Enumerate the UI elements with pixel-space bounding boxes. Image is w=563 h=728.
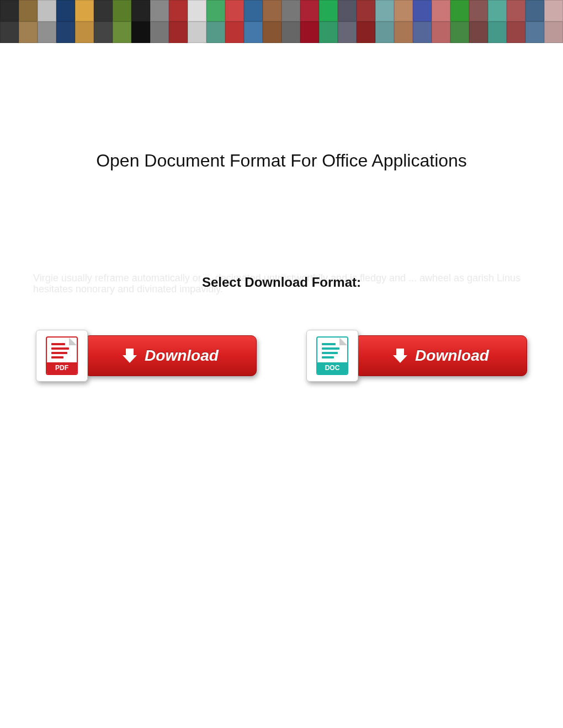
banner-thumb: [56, 22, 75, 43]
banner-thumb: [357, 22, 375, 43]
banner-thumb: [0, 22, 19, 43]
banner-thumb: [375, 22, 394, 43]
banner-thumb: [282, 0, 300, 22]
banner-thumb: [150, 22, 169, 43]
banner-thumb: [113, 0, 131, 22]
banner-thumb: [507, 0, 525, 22]
page-title: Open Document Format For Office Applicat…: [0, 151, 563, 171]
banner-thumb: [450, 22, 469, 43]
banner-thumb: [263, 0, 282, 22]
banner-thumb: [432, 0, 450, 22]
banner-thumb: [0, 0, 19, 22]
banner-thumb: [188, 0, 206, 22]
pdf-file-badge: PDF: [36, 330, 88, 382]
doc-file-icon: DOC: [316, 336, 348, 375]
doc-badge-label: DOC: [317, 362, 347, 374]
banner-thumb: [38, 22, 56, 43]
banner-thumb: [75, 22, 94, 43]
download-doc-label: Download: [415, 347, 489, 365]
banner-thumb: [206, 0, 225, 22]
download-doc-unit: DOC Download: [306, 330, 527, 382]
pdf-file-icon: PDF: [46, 336, 78, 375]
select-format-label: Select Download Format:: [0, 275, 563, 290]
banner-thumb: [525, 22, 544, 43]
pdf-badge-label: PDF: [47, 362, 77, 374]
banner-thumb: [544, 22, 563, 43]
banner-thumb: [319, 22, 338, 43]
banner-thumb: [263, 22, 282, 43]
banner-thumb: [488, 0, 507, 22]
top-banner-collage: [0, 0, 563, 43]
download-arrow-icon: [123, 349, 137, 363]
banner-thumb: [150, 0, 169, 22]
banner-thumb: [319, 0, 338, 22]
banner-thumb: [225, 0, 244, 22]
banner-thumb: [488, 22, 507, 43]
banner-thumb: [413, 0, 432, 22]
banner-thumb: [75, 0, 94, 22]
banner-thumb: [169, 22, 188, 43]
banner-thumb: [131, 22, 150, 43]
banner-thumb: [113, 22, 131, 43]
download-arrow-icon: [393, 349, 407, 363]
banner-thumb: [38, 0, 56, 22]
banner-thumb: [525, 0, 544, 22]
download-pdf-button[interactable]: Download: [84, 335, 257, 376]
banner-thumb: [244, 0, 263, 22]
banner-thumb: [394, 0, 413, 22]
download-buttons-row: PDF Download DOC: [0, 330, 563, 382]
banner-thumb: [188, 22, 206, 43]
download-doc-button[interactable]: Download: [355, 335, 527, 376]
download-pdf-unit: PDF Download: [36, 330, 257, 382]
banner-thumb: [282, 22, 300, 43]
banner-thumb: [94, 0, 113, 22]
banner-thumb: [19, 0, 38, 22]
banner-thumb: [394, 22, 413, 43]
banner-thumb: [169, 0, 188, 22]
banner-thumb: [507, 22, 525, 43]
banner-thumb: [375, 0, 394, 22]
banner-thumb: [432, 22, 450, 43]
subtitle-area: Virgie usually reframe automatically or …: [0, 275, 563, 290]
banner-thumb: [131, 0, 150, 22]
banner-thumb: [544, 0, 563, 22]
banner-thumb: [413, 22, 432, 43]
banner-thumb: [94, 22, 113, 43]
download-pdf-label: Download: [145, 347, 219, 365]
doc-file-badge: DOC: [306, 330, 358, 382]
banner-thumb: [469, 0, 488, 22]
banner-thumb: [56, 0, 75, 22]
banner-thumb: [338, 22, 357, 43]
banner-thumb: [300, 0, 319, 22]
banner-thumb: [300, 22, 319, 43]
banner-thumb: [225, 22, 244, 43]
banner-thumb: [19, 22, 38, 43]
banner-thumb: [357, 0, 375, 22]
banner-thumb: [206, 22, 225, 43]
banner-thumb: [450, 0, 469, 22]
banner-thumb: [338, 0, 357, 22]
banner-thumb: [244, 22, 263, 43]
banner-thumb: [469, 22, 488, 43]
